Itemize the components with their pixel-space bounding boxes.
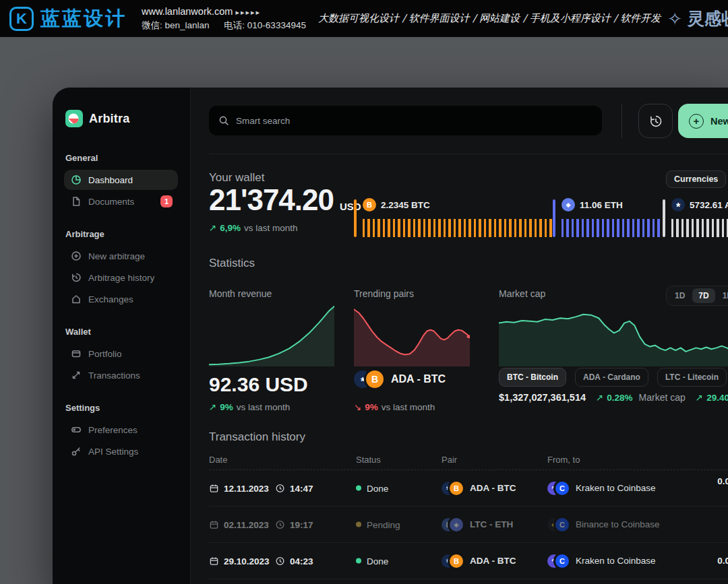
search-input[interactable] <box>236 116 559 126</box>
sidebar-item-arbitrage-history[interactable]: Arbitrage history <box>64 267 178 288</box>
tx-time: 19:17 <box>290 519 313 529</box>
toggle-currencies[interactable]: Currencies <box>666 170 726 188</box>
btc-icon: B <box>363 198 376 212</box>
sidebar-item-dashboard[interactable]: Dashboard <box>64 170 178 190</box>
banner-url[interactable]: www.lanlanwork.com <box>142 6 233 17</box>
month-revenue-chart <box>209 304 334 366</box>
sidebar-item-label: Exchanges <box>88 294 133 304</box>
swap-arrows-icon <box>71 370 82 381</box>
history-icon <box>648 114 663 129</box>
lanlan-brand: K 蓝蓝设计 <box>9 5 127 32</box>
plus-icon: + <box>689 114 704 129</box>
tx-date: 29.10.2023 <box>224 556 270 566</box>
section-divider <box>209 154 728 154</box>
route-icons: ∿ C <box>547 554 569 568</box>
status-pending-dot <box>356 522 361 527</box>
eth-icon: ◆ <box>450 518 463 531</box>
cap-label: Market cap <box>639 392 686 403</box>
holding-ada: * 5732.61 ADA <box>663 198 728 237</box>
tx-time: 14:47 <box>290 483 313 493</box>
pill-btc-bitcoin[interactable]: BTC - Bitcoin <box>499 368 566 387</box>
app-name: Arbitra <box>89 112 129 126</box>
tx-date: 12.11.2023 <box>224 483 269 493</box>
new-arbitrage-button[interactable]: + New a <box>678 104 728 138</box>
inspiration-collect[interactable]: ✧ 灵感收集 <box>667 7 728 30</box>
market-cap-chart <box>499 304 728 366</box>
sidebar-item-exchanges[interactable]: Exchanges <box>64 289 178 309</box>
banner-services: 大数据可视化设计 / 软件界面设计 / 网站建设 / 手机及小程序设计 / 软件… <box>318 12 661 25</box>
sidebar-item-documents[interactable]: Documents 1 <box>64 191 178 212</box>
month-revenue-delta: ↗ 9% vs last month <box>209 401 290 412</box>
coinbase-icon: C <box>555 482 569 495</box>
dashboard-pie-icon <box>71 174 82 185</box>
month-revenue-label: Month revenue <box>209 288 272 299</box>
smart-search[interactable] <box>209 106 602 135</box>
delta-suffix: vs last month <box>237 402 291 412</box>
table-row[interactable]: 02.11.2023 19:17 Pending Ł ◆ <box>209 507 728 543</box>
history-button[interactable] <box>638 104 673 138</box>
sidebar-item-api-settings[interactable]: API Settings <box>64 441 178 461</box>
btc-bars <box>363 219 553 237</box>
delta-value: 9% <box>220 402 233 412</box>
plus-circle-icon <box>71 251 82 261</box>
up-arrow-icon: ↗ <box>696 392 703 403</box>
tx-route: Kraken to Coinbase <box>576 556 656 566</box>
transactions-section-title: Transaction history <box>209 430 305 444</box>
key-icon <box>71 446 82 457</box>
range-7d[interactable]: 7D <box>692 288 715 303</box>
sidebar-item-label: Portfolio <box>88 349 122 359</box>
pill-ada-cardano[interactable]: ADA - Cardano <box>575 368 648 387</box>
promo-banner: K 蓝蓝设计 www.lanlanwork.com ▸▸▸▸▸ 微信: ben_… <box>0 0 728 37</box>
sidebar-item-portfolio[interactable]: Portfolio <box>64 344 178 364</box>
pair-label: ADA - BTC <box>391 373 446 385</box>
wallet-balance: 21'374.20 USD <box>209 183 361 217</box>
balance-value: 21'374.20 <box>209 183 334 217</box>
down-arrow-icon: ↘ <box>354 401 361 412</box>
lanlan-logo-icon: K <box>9 7 34 31</box>
btc-divider <box>354 199 357 237</box>
clock-icon <box>275 519 285 529</box>
coinbase-icon: C <box>555 518 569 531</box>
nav-section-settings: Settings <box>65 403 177 413</box>
home-icon <box>71 294 82 304</box>
sidebar-item-label: Dashboard <box>88 175 133 185</box>
eth-divider <box>553 199 555 237</box>
range-1d[interactable]: 1D <box>669 288 691 303</box>
sidebar-item-transactions[interactable]: Transactions <box>64 365 178 385</box>
table-row[interactable]: 12.11.2023 14:47 Done * B <box>209 470 728 507</box>
pair-icons: * B <box>354 370 384 388</box>
arbitra-logo-icon <box>65 110 83 127</box>
trending-delta: ↘ 9% vs last month <box>354 401 435 412</box>
sidebar-item-label: API Settings <box>88 447 138 457</box>
trending-pair: * B ADA - BTC <box>354 370 446 388</box>
sidebar-item-new-arbitrage[interactable]: New arbitrage <box>64 246 178 266</box>
status-done-dot <box>356 558 361 564</box>
trending-pairs-label: Trending pairs <box>354 288 414 299</box>
tx-pair: LTC - ETH <box>470 519 513 529</box>
wallet-delta: ↗ 6,9% vs last month <box>209 222 298 233</box>
wallet-section-title: Your wallet <box>209 171 265 185</box>
screen: K 蓝蓝设计 www.lanlanwork.com ▸▸▸▸▸ 微信: ben_… <box>0 0 728 584</box>
delta-value: 6,9% <box>220 223 241 233</box>
clock-icon <box>275 483 285 493</box>
eth-bars <box>562 219 663 237</box>
calendar-icon <box>209 519 219 529</box>
eth-icon: ◆ <box>562 198 575 212</box>
tx-date: 02.11.2023 <box>224 519 269 529</box>
table-row[interactable]: 29.10.2023 04:23 Done * B <box>209 543 728 579</box>
pill-ltc-litecoin[interactable]: LTC - Litecoin <box>657 368 727 387</box>
market-cap-label: Market cap <box>499 288 545 299</box>
route-icons: ∿ C <box>547 482 569 495</box>
btc-icon: B <box>366 370 384 388</box>
cap-delta: 0.28% <box>607 393 632 403</box>
delta-value: 9% <box>365 402 378 412</box>
sidebar-item-preferences[interactable]: Preferences <box>64 420 178 440</box>
tx-amount: 0.000 <box>717 554 728 567</box>
col-pair: Pair <box>442 455 457 465</box>
page-background: Arbitra General Dashboard <box>0 37 728 584</box>
col-status: Status <box>356 455 381 465</box>
tx-amount: 0.002 1 <box>717 474 728 502</box>
range-1m[interactable]: 1M <box>717 288 728 303</box>
tx-status: Done <box>367 483 388 493</box>
documents-badge: 1 <box>160 195 173 207</box>
